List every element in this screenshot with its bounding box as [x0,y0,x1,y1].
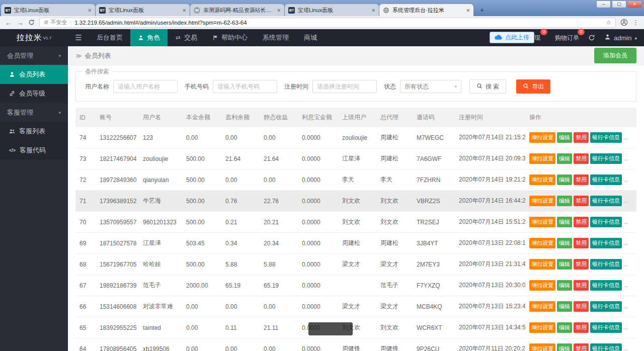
disable-button[interactable]: 禁用 [574,153,589,164]
refresh-icon[interactable] [588,34,595,41]
bank-card-button[interactable]: 银行卡信息 [590,132,622,143]
disable-button[interactable]: 禁用 [574,322,589,333]
adjust-balance-button[interactable]: 增扣设置 [529,301,555,312]
adjust-balance-button[interactable]: 增扣设置 [529,322,555,333]
edit-button[interactable]: 编辑 [557,132,572,143]
nav-item-roles[interactable]: 角色 [130,29,168,46]
bank-card-button[interactable]: 银行卡信息 [590,217,622,227]
disable-button[interactable]: 禁用 [574,301,589,312]
sidebar-item[interactable]: </>客服代码 [0,141,68,160]
edit-button[interactable]: 编辑 [557,280,572,291]
not-secure-indicator[interactable]: ⊘ 不安全 [44,19,67,26]
table-row[interactable]: 6417808956405xb1995060.000.000.000.0000周… [75,338,636,351]
regtime-input[interactable] [312,80,377,93]
browser-tab[interactable]: 系统管理后台·拉拉米× [379,4,473,16]
tab-close-icon[interactable]: × [371,7,375,14]
tab-close-icon[interactable]: × [277,7,281,14]
forward-icon[interactable]: → [17,19,24,27]
address-bar[interactable]: ⊘ 不安全 | 1.32.219.65/admin.html#/admin/us… [39,18,616,28]
profile-avatar-icon[interactable] [620,19,628,26]
table-row[interactable]: 6615314606608对波非常难0.000.000.000.0000梁文才梁… [75,296,636,317]
browser-tab[interactable]: BT宝塔Linux面板× [96,4,190,16]
edit-button[interactable]: 编辑 [557,153,572,164]
tab-close-icon[interactable]: × [466,7,470,14]
nav-item-trade[interactable]: 交易 [168,29,205,46]
edit-button[interactable]: 编辑 [557,301,572,312]
sidebar-item[interactable]: 客服列表 [0,122,68,141]
bank-card-button[interactable]: 银行卡信息 [590,238,622,248]
bank-card-button[interactable]: 银行卡信息 [590,153,622,164]
add-member-button[interactable]: 添加会员 [594,48,636,63]
tab-close-icon[interactable]: × [88,7,92,14]
adjust-balance-button[interactable]: 增扣设置 [529,259,555,270]
table-row[interactable]: 6719892186739范毛子2000.0065.1965.190.0000范… [75,275,636,296]
bank-card-button[interactable]: 银行卡信息 [590,196,622,206]
disable-button[interactable]: 禁用 [574,343,589,351]
browser-menu-icon[interactable]: ⋮ [632,19,639,26]
nav-item-home[interactable]: 后台首页 [89,29,130,46]
status-select[interactable]: 所有状态 ▾ [400,80,461,93]
adjust-balance-button[interactable]: 增扣设置 [529,280,555,291]
disable-button[interactable]: 禁用 [574,259,589,270]
table-row[interactable]: 70135709595579601201323500.000.2120.210.… [75,212,636,233]
disable-button[interactable]: 禁用 [574,196,589,206]
adjust-balance-button[interactable]: 增扣设置 [529,132,555,143]
browser-tab[interactable]: BT宝塔Linux面板× [285,4,379,16]
disable-button[interactable]: 禁用 [574,217,589,227]
adjust-balance-button[interactable]: 增扣设置 [529,196,555,206]
table-row[interactable]: 7218972849360qianyulan500.000.000.000.00… [75,169,636,191]
edit-button[interactable]: 编辑 [557,238,572,248]
bookmark-star-icon[interactable]: ☆ [606,19,611,26]
bank-card-button[interactable]: 银行卡信息 [590,174,622,185]
edit-button[interactable]: 编辑 [557,259,572,270]
adjust-balance-button[interactable]: 增扣设置 [529,217,555,227]
app-logo[interactable]: 拉拉米V1.7 [0,29,68,46]
disable-button[interactable]: 禁用 [574,132,589,143]
bank-card-button[interactable]: 银行卡信息 [590,322,622,333]
close-button[interactable]: × [627,1,642,8]
adjust-balance-button[interactable]: 增扣设置 [529,343,555,351]
disable-button[interactable]: 禁用 [574,174,589,185]
nav-item-system[interactable]: 系统管理 [255,29,296,46]
disable-button[interactable]: 禁用 [574,280,589,291]
admin-menu[interactable]: admin ▴ [604,34,637,42]
sidebar-group-title[interactable]: 会员管理▾ [0,46,68,65]
adjust-balance-button[interactable]: 增扣设置 [529,174,555,185]
username-input[interactable] [113,80,178,93]
table-row[interactable]: 7318217467904zoulioujie500.0021.6421.640… [75,148,636,169]
bank-card-button[interactable]: 银行卡信息 [590,280,622,291]
minimize-button[interactable]: – [596,1,611,8]
table-row[interactable]: 6518392955225tainted0.000.1121.110.0000刘… [75,317,636,338]
table-row[interactable]: 6918715027578江星泽503.450.3420.340.0000周建松… [75,233,636,254]
new-tab-button[interactable]: + [476,5,488,15]
upload-tooltip[interactable]: 点此上传 [490,32,534,43]
nav-item-mall[interactable]: 商城 [296,29,325,46]
tab-close-icon[interactable]: × [182,7,186,14]
adjust-balance-button[interactable]: 增扣设置 [529,153,555,164]
sidebar-item[interactable]: 会员等级 [0,84,68,103]
edit-button[interactable]: 编辑 [557,196,572,206]
reload-icon[interactable] [28,19,35,26]
bank-card-button[interactable]: 银行卡信息 [590,301,622,312]
edit-button[interactable]: 编辑 [557,343,572,351]
edit-button[interactable]: 编辑 [557,174,572,185]
sidebar-group-title[interactable]: 客服管理▾ [0,103,68,122]
maximize-button[interactable]: ▢ [612,1,626,8]
table-row[interactable]: 6815671967705哈哈娃500.005.885.880.0000梁文才梁… [75,254,636,275]
browser-tab[interactable]: BT宝塔Linux面板× [1,4,95,16]
table-row[interactable]: 74131222566071230.000.000.000.0000zoulio… [75,127,636,148]
disable-button[interactable]: 禁用 [574,238,589,248]
nav-item-help[interactable]: 帮助中心 [205,29,255,46]
back-icon[interactable]: ← [5,19,12,27]
phone-input[interactable] [213,80,277,93]
hamburger-icon[interactable]: ☰ [68,29,89,46]
edit-button[interactable]: 编辑 [557,217,572,227]
edit-button[interactable]: 编辑 [557,322,572,333]
search-button[interactable]: 搜 索 [469,79,506,94]
bank-card-button[interactable]: 银行卡信息 [590,343,622,351]
adjust-balance-button[interactable]: 增扣设置 [529,238,555,248]
table-row[interactable]: 7117396389152牛艺海500.000.7622.760.0000刘文欢… [75,191,636,212]
bank-card-button[interactable]: 银行卡信息 [590,259,622,270]
browser-tab[interactable]: W亲测源码网-精品资源站长亲测× [190,4,284,16]
nav-badge-item[interactable]: 购物订单0 [555,34,579,42]
